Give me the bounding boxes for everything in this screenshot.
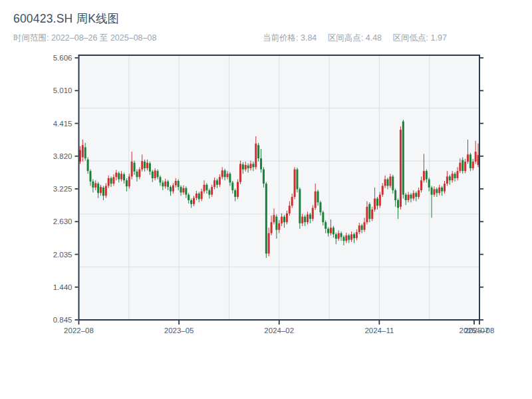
y-tick-label: 3.225 [53, 185, 72, 193]
x-tick-label: 2023–05 [164, 327, 194, 334]
candlestick-chart: 5.6065.0104.4153.8203.2252.6302.0351.440… [0, 0, 532, 352]
x-tick-label: 2024–11 [364, 327, 394, 334]
y-tick-label: 0.845 [53, 316, 72, 324]
kline-chart-page: 600423.SH 周K线图 时间范围: 2022–08–26 至 2025–0… [0, 0, 532, 399]
y-tick-label: 3.820 [53, 152, 72, 160]
x-tick-label: 2024–02 [264, 327, 294, 334]
y-tick-label: 1.440 [53, 283, 72, 291]
x-tick-label: 2025–08 [465, 327, 495, 334]
y-tick-label: 4.415 [53, 120, 72, 128]
y-tick-label: 2.630 [53, 217, 72, 225]
y-tick-label: 2.035 [53, 251, 72, 259]
x-tick-label: 2022–08 [64, 327, 94, 334]
y-tick-label: 5.010 [53, 86, 72, 94]
x-axis: 2022–082023–052024–022024–112025–072025–… [64, 321, 494, 334]
y-tick-label: 5.606 [53, 54, 72, 62]
